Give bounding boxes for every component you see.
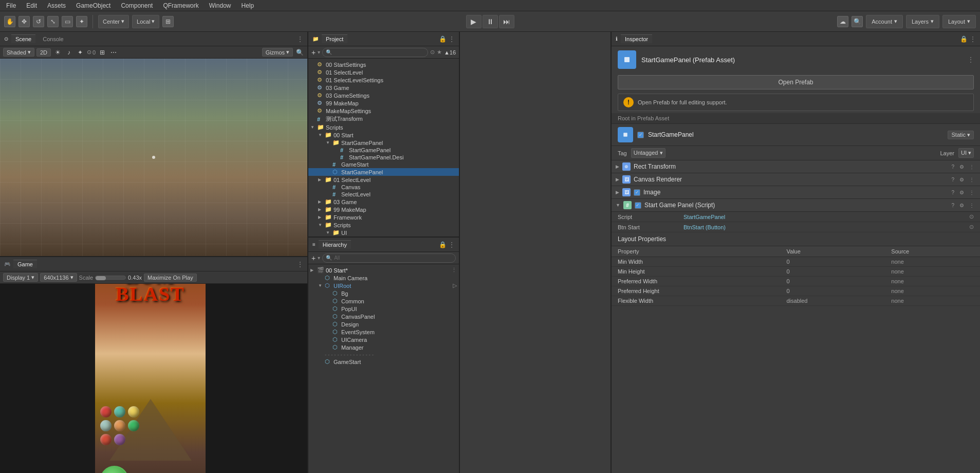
script-enabled[interactable]: ✓ <box>635 202 641 209</box>
static-dropdown[interactable]: Static ▾ <box>948 131 974 139</box>
gizmos-dropdown[interactable]: Gizmos ▾ <box>262 48 293 57</box>
play-button[interactable]: ▶ <box>466 15 482 28</box>
hierarchy-item-CanvasPanel[interactable]: ⬡CanvasPanel <box>308 313 459 320</box>
btn-target-icon[interactable]: ⊙ <box>969 224 974 230</box>
scene-overflow[interactable]: ⋮ <box>451 267 457 274</box>
project-tree-item-00StartSettings[interactable]: ⚙00 StartSettings <box>308 61 459 68</box>
inspector-overflow-icon[interactable]: ⋮ <box>968 56 974 63</box>
project-tree-item-03Game_folder[interactable]: ▶📁03 Game <box>308 198 459 206</box>
hierarchy-item-UIRoot[interactable]: ▼⬡UIRoot▷ <box>308 282 459 289</box>
menu-help[interactable]: Help <box>239 1 256 10</box>
grid-icon[interactable]: ⊞ <box>162 16 174 27</box>
move-tool[interactable]: ✥ <box>19 16 30 27</box>
cr-help-btn[interactable]: ? <box>950 176 956 183</box>
script-fold[interactable]: ▼ <box>616 203 620 208</box>
effects-icon[interactable]: ✦ <box>76 48 85 57</box>
project-tree-item-99MakeMap_folder[interactable]: ▶📁99 MakeMap <box>308 206 459 213</box>
hierarchy-item-Common[interactable]: ⬡Common <box>308 297 459 305</box>
layer-dropdown[interactable]: UI ▾ <box>958 148 974 158</box>
img-settings-btn[interactable]: ⚙ <box>958 189 966 196</box>
scale-slider[interactable] <box>95 276 126 280</box>
rect-settings-btn[interactable]: ⚙ <box>958 163 966 170</box>
inspector-lock-icon[interactable]: 🔒 <box>960 35 968 43</box>
hierarchy-item-MainCamera[interactable]: ⬡Main Camera <box>308 274 459 282</box>
menu-window[interactable]: Window <box>207 1 233 10</box>
pause-button[interactable]: ⏸ <box>483 15 498 28</box>
search-toolbar-icon[interactable]: 🔍 <box>852 16 863 27</box>
img-help-btn[interactable]: ? <box>950 189 956 196</box>
display-dropdown[interactable]: Display 1 ▾ <box>3 273 38 282</box>
tag-dropdown[interactable]: Untagged ▾ <box>631 148 665 158</box>
sc-overflow-btn[interactable]: ⋮ <box>968 202 976 209</box>
rect-tool[interactable]: ▭ <box>62 16 73 27</box>
image-fold[interactable]: ▶ <box>616 190 619 195</box>
hierarchy-item-UICamera[interactable]: ⬡UICamera <box>308 336 459 343</box>
img-overflow-btn[interactable]: ⋮ <box>968 189 976 196</box>
project-tab[interactable]: Project <box>322 34 347 43</box>
hierarchy-item-Design[interactable]: ⬡Design <box>308 320 459 328</box>
hierarchy-item-EventSystem[interactable]: ⬡EventSystem <box>308 328 459 336</box>
project-tree-item-TestTransform[interactable]: #测试Transform <box>308 115 459 123</box>
hierarchy-item-00Start[interactable]: ▶🎬00 Start*⋮ <box>308 266 459 274</box>
2d-button[interactable]: 2D <box>36 48 51 57</box>
inspector-menu-icon[interactable]: ⋮ <box>970 35 976 43</box>
project-tree-item-MakeMapSettings[interactable]: ⚙MakeMapSettings <box>308 107 459 115</box>
menu-qframework[interactable]: QFramework <box>161 1 200 10</box>
project-tree-item-03Game[interactable]: ⚙03 Game <box>308 84 459 92</box>
script-prop-value[interactable]: StartGamePanel <box>683 214 965 220</box>
hierarchy-lock-icon[interactable]: 🔒 <box>439 241 447 248</box>
hierarchy-item-PopUI[interactable]: ⬡PopUI <box>308 305 459 313</box>
project-tree-item-StartGamePanel_selected[interactable]: ⬡StartGamePanel <box>308 168 459 176</box>
lights-icon[interactable]: ☀ <box>53 48 62 57</box>
menu-component[interactable]: Component <box>119 1 155 10</box>
expand-icon[interactable]: ▷ <box>453 282 457 289</box>
scene-menu-icon[interactable]: ⋮ <box>297 35 303 43</box>
project-add-icon[interactable]: + <box>311 48 316 57</box>
hierarchy-menu-icon[interactable]: ⋮ <box>449 241 455 248</box>
scene-more-icon[interactable]: ⋯ <box>109 48 118 57</box>
console-tab[interactable]: Console <box>39 35 67 43</box>
hierarchy-search-box[interactable]: 🔍 All <box>322 253 456 263</box>
shaded-dropdown[interactable]: Shaded ▾ <box>3 48 34 57</box>
rect-transform-fold[interactable]: ▶ <box>616 164 619 169</box>
project-tree-item-99MakeMap[interactable]: ⚙99 MakeMap <box>308 99 459 107</box>
scale-tool[interactable]: ⤡ <box>47 16 59 27</box>
layout-button[interactable]: Layout ▾ <box>942 15 976 28</box>
menu-assets[interactable]: Assets <box>45 1 68 10</box>
menu-edit[interactable]: Edit <box>24 1 39 10</box>
hierarchy-item-Bg[interactable]: ⬡Bg <box>308 289 459 297</box>
sc-settings-btn[interactable]: ⚙ <box>958 202 966 209</box>
project-filter-icon[interactable]: ⊙ <box>430 49 435 56</box>
component-enabled-check[interactable]: ✓ <box>637 132 644 138</box>
project-tree-item-StartGamePanel_script[interactable]: #StartGamePanel <box>308 147 459 154</box>
project-tree-item-01SelectLevel[interactable]: ⚙01 SelectLevel <box>308 68 459 76</box>
canvas-renderer-fold[interactable]: ▶ <box>616 177 619 182</box>
step-button[interactable]: ⏭ <box>499 15 514 28</box>
hierarchy-tab[interactable]: Hierarchy <box>319 240 351 249</box>
project-menu-icon[interactable]: ⋮ <box>449 35 455 43</box>
transform-tool[interactable]: ✦ <box>76 16 87 27</box>
project-lock-icon[interactable]: 🔒 <box>439 35 447 43</box>
project-tree-item-01SelectLevel_folder[interactable]: ▶📁01 SelectLevel <box>308 176 459 184</box>
project-tree-item-00Start[interactable]: ▼📁00 Start <box>308 131 459 139</box>
project-tree-item-StartGamePanel_designer[interactable]: #StartGamePanel.Desi <box>308 154 459 161</box>
project-tree-item-UI[interactable]: ▼📁UI <box>308 229 459 236</box>
hierarchy-item-Manager[interactable]: ⬡Manager <box>308 343 459 351</box>
project-tree-item-01SelectLevelSettings[interactable]: ⚙01 SelectLevelSettings <box>308 76 459 84</box>
project-tree-item-Scripts[interactable]: ▼📁Scripts <box>308 123 459 131</box>
project-tree-item-Scripts2[interactable]: ▼📁Scripts <box>308 221 459 229</box>
script-target-icon[interactable]: ⊙ <box>969 213 974 220</box>
project-tree-item-03GameSettings[interactable]: ⚙03 GameSettings <box>308 92 459 99</box>
project-search-box[interactable]: 🔍 <box>322 48 428 57</box>
project-tree-item-Framework[interactable]: ▶📁Framework <box>308 213 459 221</box>
project-tree-item-StartGamePanel_folder[interactable]: ▼📁StartGamePanel <box>308 139 459 147</box>
rect-overflow-btn[interactable]: ⋮ <box>968 163 976 170</box>
hierarchy-item-GameStart[interactable]: ⬡GameStart <box>308 358 459 366</box>
project-tree-item-SelectLevel[interactable]: #SelectLevel <box>308 191 459 198</box>
audio-icon[interactable]: ♪ <box>64 48 73 57</box>
collab-icon[interactable]: ☁ <box>837 16 848 27</box>
account-button[interactable]: Account ▾ <box>866 15 903 28</box>
cr-overflow-btn[interactable]: ⋮ <box>968 176 976 183</box>
scene-search-icon[interactable]: 🔍 <box>295 48 304 57</box>
sc-help-btn[interactable]: ? <box>950 202 956 209</box>
